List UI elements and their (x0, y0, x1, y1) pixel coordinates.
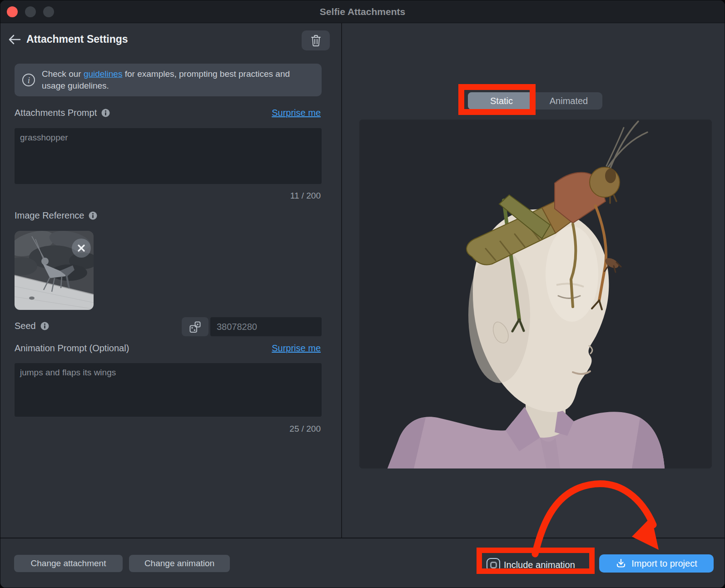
back-button[interactable] (7, 32, 22, 48)
attachments-prompt-textarea[interactable]: grasshopper (15, 128, 322, 184)
preview-image-mannequin-grasshopper (359, 120, 712, 468)
checkbox-inner (490, 562, 497, 568)
info-icon: i (22, 73, 35, 87)
svg-text:i: i (28, 75, 30, 85)
back-arrow-icon (8, 34, 21, 45)
page-title: Attachment Settings (26, 33, 128, 45)
download-icon (616, 558, 626, 569)
seed-label: Seed (15, 321, 49, 331)
randomize-seed-button[interactable] (182, 317, 209, 336)
titlebar: Selfie Attachments (0, 0, 725, 23)
attachments-prompt-counter: 11 / 200 (290, 191, 321, 201)
info-icon (89, 211, 97, 220)
tab-animated[interactable]: Animated (535, 92, 602, 110)
delete-attachment-button[interactable] (302, 30, 330, 50)
window: Selfie Attachments Attachment Settings i (0, 0, 725, 588)
window-title: Selfie Attachments (0, 0, 725, 23)
change-attachment-button[interactable]: Change attachment (14, 555, 123, 572)
seed-input[interactable] (210, 317, 322, 336)
close-icon (77, 244, 85, 252)
settings-panel: Attachment Settings i Check our guidelin… (0, 23, 342, 538)
include-animation-label: Include animation (504, 558, 575, 572)
change-animation-button[interactable]: Change animation (129, 555, 230, 572)
include-animation-checkbox[interactable] (487, 558, 500, 572)
attachments-prompt-label: Attachments Prompt (15, 108, 110, 118)
dice-icon (189, 321, 201, 333)
footer-bar: Change attachment Change animation Inclu… (0, 538, 725, 588)
animation-prompt-textarea[interactable]: jumps and flaps its wings (15, 363, 322, 417)
surprise-me-link-animation[interactable]: Surprise me (272, 343, 321, 354)
banner-text: Check our guidelines for examples, promp… (42, 68, 296, 92)
tab-static[interactable]: Static (468, 92, 535, 110)
preview-panel: Static Animated (343, 23, 725, 538)
animation-prompt-label: Animation Prompt (Optional) (15, 343, 129, 354)
guidelines-banner: i Check our guidelines for examples, pro… (15, 64, 322, 96)
guidelines-link[interactable]: guidelines (84, 69, 123, 79)
info-icon (101, 109, 110, 117)
animation-prompt-counter: 25 / 200 (289, 424, 321, 434)
import-to-project-button[interactable]: Import to project (599, 554, 714, 573)
info-icon (40, 322, 49, 330)
trash-icon (311, 35, 321, 47)
preview-canvas (359, 120, 712, 468)
preview-mode-tabs: Static Animated (468, 92, 602, 110)
remove-reference-button[interactable] (72, 239, 91, 258)
surprise-me-link-attachments[interactable]: Surprise me (272, 108, 321, 118)
image-reference-label: Image Reference (15, 210, 97, 221)
